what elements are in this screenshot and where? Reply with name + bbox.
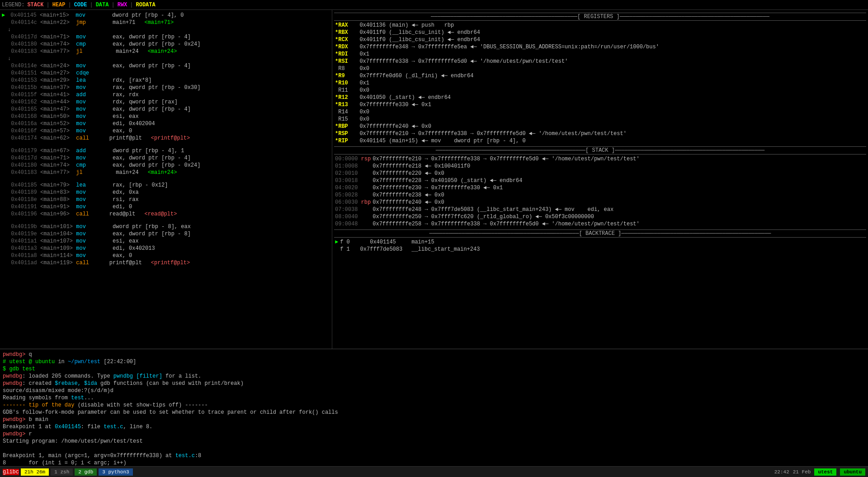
- code-line: 0x401165 <main+47> mov eax, dword ptr [r…: [0, 106, 332, 113]
- reg-rcx: *RCX 0x4011f0 (__libc_csu_init) ◄— endbr…: [334, 36, 866, 43]
- code-line: 0x40114c <main+22> jmp main+71 <main+71>: [0, 19, 332, 26]
- code-line: 0x4011a8 <main+114> mov eax, 0: [0, 252, 332, 259]
- term-line: Breakpoint 1, main (argc=1, argv=0x7ffff…: [3, 452, 865, 459]
- legend-code: CODE: [74, 2, 87, 8]
- term-line: [3, 445, 865, 452]
- reg-rdi: *RDI 0x1: [334, 51, 866, 58]
- code-line: 0x4011a1 <main+107> mov esi, eax: [0, 238, 332, 245]
- term-line: pwndbg: created $rebase, $ida gdb functi…: [3, 380, 865, 387]
- code-line: 0x401151 <main+27> cdqe: [0, 70, 332, 77]
- code-line: 0x401153 <main+29> lea rdx, [rax*8]: [0, 77, 332, 84]
- stack-row-8: 08:0040 0x7ffffffffe250 → 0x7fff7ffc620 …: [334, 213, 866, 220]
- code-line: 0x4011a3 <main+109> mov edi, 0x402013: [0, 245, 332, 252]
- code-line: 0x40115b <main+37> mov rax, qword ptr [r…: [0, 84, 332, 91]
- stack-row-2: 02:0010 0x7ffffffffe220 ◄— 0x0: [334, 170, 866, 177]
- code-line: 0x40114e <main+24> mov eax, dword ptr [r…: [0, 62, 332, 70]
- legend-rwx: RWX: [118, 2, 127, 8]
- stack-row-9: 09:0048 0x7ffffffffe258 → 0x7ffffffffe33…: [334, 220, 866, 228]
- stack-row-7: 07:0038 0x7ffffffffe248 → 0x7fff7de5083 …: [334, 206, 866, 213]
- term-line: pwndbg> b main: [3, 416, 865, 423]
- reg-rip: *RIP 0x401145 (main+15) ◄— mov dword ptr…: [334, 137, 866, 145]
- stack-row-4: 04:0020 0x7ffffffffe230 → 0x7ffffffffe33…: [334, 184, 866, 192]
- stack-title: ────────────────────────────────────────…: [334, 146, 866, 154]
- registers-panel[interactable]: ────────────────────────────────────────…: [332, 10, 868, 349]
- tab-time: 21h 26m: [21, 468, 49, 476]
- registers-title: ────────────────────────────────────────…: [334, 13, 866, 21]
- code-line: 0x401162 <main+44> mov rdx, qword ptr [r…: [0, 98, 332, 106]
- code-line: 0x401174 <main+62> call printf@plt <prin…: [0, 135, 332, 142]
- code-line: 0x401189 <main+83> mov edx, 0xa: [0, 189, 332, 196]
- tab-zsh[interactable]: 1 zsh: [51, 468, 73, 476]
- term-line: pwndbg: loaded 205 commands. Type pwndbg…: [3, 373, 865, 380]
- stack-row-0: 00:0000 rsp 0x7ffffffffe210 → 0x7fffffff…: [334, 155, 866, 163]
- code-line: ► 0x401145 <main+15> mov dword ptr [rbp …: [0, 12, 332, 19]
- code-line: 0x40117d <main+71> mov eax, dword ptr [r…: [0, 33, 332, 41]
- legend-heap: HEAP: [52, 2, 66, 8]
- reg-rsi: *RSI 0x7ffffffffe338 → 0x7ffffffffe5d0 ◄…: [334, 58, 866, 65]
- stack-row-3: 03:0018 0x7ffffffffe228 → 0x401050 (_sta…: [334, 177, 866, 184]
- term-line: pwndbg> q: [3, 351, 865, 358]
- code-line: 0x40116a <main+52> mov edi, 0x402004: [0, 120, 332, 127]
- reg-rbx: *RBX 0x4011f0 (__libc_csu_init) ◄— endbr…: [334, 29, 866, 36]
- stack-row-6: 06:0030 rbp 0x7ffffffffe240 ◄— 0x0: [334, 199, 866, 206]
- legend-bar: LEGEND: STACK | HEAP | CODE | DATA | RWX…: [0, 0, 868, 10]
- stack-row-1: 01:0008 0x7ffffffffe218 ◄— 0x1004011f0: [334, 163, 866, 170]
- reg-r15: R15 0x0: [334, 116, 866, 123]
- status-left: glibc 21h 26m 1 zsh 2 gdb 3 python3: [3, 468, 133, 476]
- tab-gdb[interactable]: 2 gdb: [75, 468, 97, 476]
- code-line: 0x40117d <main+71> mov eax, dword ptr [r…: [0, 154, 332, 162]
- reg-r12: *R12 0x401050 (_start) ◄— endbr64: [334, 94, 866, 101]
- reg-r10: *R10 0x1: [334, 80, 866, 87]
- term-line: GDB's follow-fork-mode parameter can be …: [3, 409, 865, 416]
- term-line: 8 for (int i = 0; i < argc; i++): [3, 459, 865, 466]
- code-line: 0x401191 <main+91> mov edi, 0: [0, 203, 332, 210]
- code-line: 0x401185 <main+79> lea rax, [rbp - 0x12]: [0, 182, 332, 189]
- code-line: 0x401179 <main+67> add dword ptr [rbp - …: [0, 147, 332, 154]
- reg-r13: *R13 0x7ffffffffe330 ◄— 0x1: [334, 101, 866, 108]
- code-line: 0x40119b <main+101> mov dword ptr [rbp -…: [0, 223, 332, 230]
- reg-r14: R14 0x0: [334, 108, 866, 116]
- term-line: Starting program: /home/utest/pwn/test/t…: [3, 438, 865, 445]
- term-line: # utest @ ubuntu in ~/pwn/test [22:42:00…: [3, 358, 865, 365]
- code-line: 0x40119e <main+104> mov eax, dword ptr […: [0, 230, 332, 238]
- reg-r11: R11 0x0: [334, 87, 866, 94]
- term-line: Reading symbols from test...: [3, 394, 865, 402]
- user-badge: ubuntu: [840, 468, 865, 476]
- stack-row-5: 05:0028 0x7ffffffffe238 ◄— 0x0: [334, 192, 866, 199]
- reg-rax: *RAX 0x401136 (main) ◄— push rbp: [334, 22, 866, 29]
- code-line: 0x401183 <main+77> jl main+24 <main+24>: [0, 169, 332, 176]
- legend-label: LEGEND:: [2, 2, 24, 8]
- term-line: Breakpoint 1 at 0x401145: file test.c, l…: [3, 423, 865, 430]
- term-line: $ gdb test: [3, 365, 865, 373]
- code-line: 0x40115f <main+41> add rax, rdx: [0, 91, 332, 98]
- disasm-panel[interactable]: ► 0x401145 <main+15> mov dword ptr [rbp …: [0, 10, 332, 349]
- main-content: ► 0x401145 <main+15> mov dword ptr [rbp …: [0, 10, 868, 349]
- backtrace-title: ────────────────────────────────────────…: [334, 229, 866, 238]
- terminal-panel[interactable]: pwndbg> q # utest @ ubuntu in ~/pwn/test…: [0, 349, 868, 466]
- code-line: ↓: [0, 26, 332, 33]
- status-right: 22:42 21 Feb utest ubuntu: [774, 468, 865, 476]
- code-line: 0x401180 <main+74> cmp eax, dword ptr [r…: [0, 162, 332, 169]
- legend-data: DATA: [96, 2, 109, 8]
- date-display: 21 Feb: [793, 469, 811, 475]
- reg-r8: R8 0x0: [334, 65, 866, 72]
- tab-glibc[interactable]: glibc: [3, 469, 19, 475]
- reg-r9: *R9 0x7fff7fe0d60 (_dl_fini) ◄— endbr64: [334, 72, 866, 80]
- reg-rsp: *RSP 0x7ffffffffe210 → 0x7ffffffffe338 →…: [334, 130, 866, 137]
- status-bar: glibc 21h 26m 1 zsh 2 gdb 3 python3 22:4…: [0, 466, 868, 477]
- bt-row-1: f 1 0x7fff7de5083 __libc_start_main+243: [334, 246, 866, 253]
- code-line: 0x4011ad <main+119> call printf@plt <pri…: [0, 259, 332, 267]
- bt-row-0: ► f 0 0x401145 main+15: [334, 238, 866, 246]
- code-line: 0x40118e <main+88> mov rsi, rax: [0, 196, 332, 203]
- reg-rbp: *RBP 0x7ffffffffe240 ◄— 0x0: [334, 123, 866, 130]
- code-line: 0x401183 <main+77> jl main+24 <main+24>: [0, 48, 332, 55]
- code-line: 0x401180 <main+74> cmp eax, dword ptr [r…: [0, 41, 332, 48]
- legend-rodata: RODATA: [136, 2, 156, 8]
- tab-python3[interactable]: 3 python3: [99, 468, 132, 476]
- time-display: 22:42: [774, 469, 789, 475]
- hostname-badge: utest: [814, 468, 836, 476]
- code-line: 0x40116f <main+57> mov eax, 0: [0, 127, 332, 135]
- code-line: 0x401196 <main+96> call read@plt <read@p…: [0, 210, 332, 218]
- term-line: source/disasm/mixed mode:?(s/d/m)d: [3, 387, 865, 394]
- legend-stack: STACK: [27, 2, 43, 8]
